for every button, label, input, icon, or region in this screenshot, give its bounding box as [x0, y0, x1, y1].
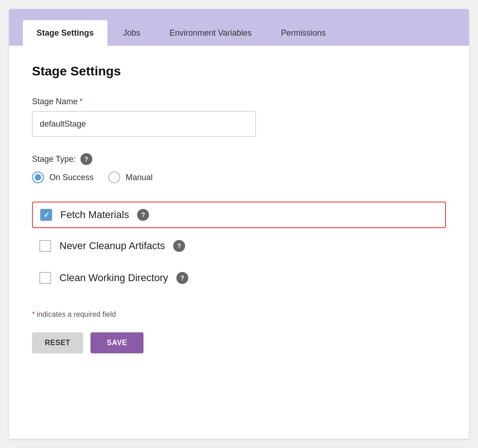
radio-manual[interactable]: Manual [108, 171, 153, 183]
stage-type-label: Stage Type: [32, 155, 76, 164]
required-note-star: * [32, 310, 35, 319]
page-container: Stage Settings Jobs Environment Variable… [9, 9, 469, 439]
radio-on-success[interactable]: On Success [32, 171, 94, 183]
tabs-bar: Stage Settings Jobs Environment Variable… [9, 9, 469, 46]
tab-permissions[interactable]: Permissions [267, 20, 340, 46]
stage-type-help-icon[interactable]: ? [80, 153, 92, 165]
checkboxes-section: Fetch Materials ? Never Cleanup Artifact… [32, 202, 446, 292]
tab-environment-variables[interactable]: Environment Variables [156, 20, 266, 46]
required-note-text: indicates a required field [37, 310, 116, 319]
stage-type-radio-group: On Success Manual [32, 171, 446, 183]
clean-working-help-icon[interactable]: ? [176, 272, 188, 284]
never-cleanup-label: Never Cleanup Artifacts [59, 240, 165, 252]
stage-name-field: Stage Name* [32, 97, 446, 137]
never-cleanup-row: Never Cleanup Artifacts ? [32, 232, 446, 260]
required-star: * [80, 97, 83, 107]
radio-manual-circle [108, 171, 120, 183]
required-note: * indicates a required field [32, 310, 446, 319]
never-cleanup-checkbox[interactable] [39, 240, 51, 252]
clean-working-checkbox[interactable] [39, 272, 51, 284]
tab-stage-settings[interactable]: Stage Settings [23, 20, 107, 46]
fetch-materials-checkbox[interactable] [40, 209, 52, 221]
radio-on-success-label: On Success [49, 173, 94, 182]
save-button[interactable]: SAVE [90, 332, 143, 353]
page-title: Stage Settings [32, 64, 446, 79]
clean-working-row: Clean Working Directory ? [32, 264, 446, 292]
radio-on-success-circle [32, 171, 44, 183]
buttons-row: RESET SAVE [32, 332, 446, 353]
radio-manual-label: Manual [126, 173, 153, 182]
fetch-materials-row: Fetch Materials ? [32, 202, 446, 228]
reset-button[interactable]: RESET [32, 332, 83, 353]
fetch-materials-help-icon[interactable]: ? [137, 209, 149, 221]
tab-jobs[interactable]: Jobs [109, 20, 154, 46]
content-area: Stage Settings Stage Name* Stage Type: ?… [9, 46, 469, 372]
stage-type-section: Stage Type: ? [32, 153, 446, 165]
fetch-materials-label: Fetch Materials [60, 209, 129, 221]
stage-name-label: Stage Name* [32, 97, 446, 107]
clean-working-label: Clean Working Directory [59, 272, 168, 284]
stage-name-input[interactable] [32, 111, 256, 137]
never-cleanup-help-icon[interactable]: ? [173, 240, 185, 252]
